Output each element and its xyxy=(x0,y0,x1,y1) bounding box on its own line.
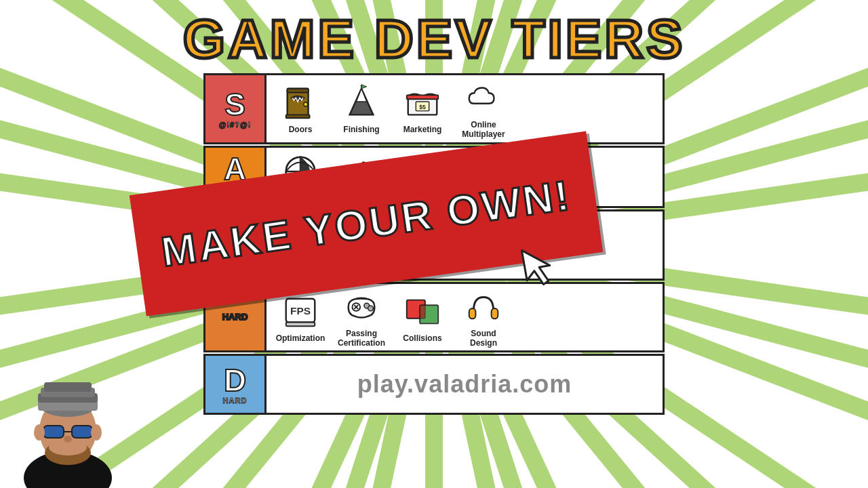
svg-marker-45 xyxy=(361,85,367,89)
svg-rect-89 xyxy=(44,382,92,392)
tier-row-s: S @!#?@! xyxy=(203,73,665,144)
tier-c-sublabel: HARD xyxy=(222,312,248,321)
tier-s-finishing-label: Finishing xyxy=(343,125,379,134)
tier-row-d: D HARD play.valadria.com xyxy=(203,354,665,415)
tier-item-multiplayer: OnlineMultiplayer xyxy=(456,78,511,140)
character-portrait xyxy=(0,352,136,488)
svg-rect-78 xyxy=(420,305,425,318)
tier-s-marketing-label: Marketing xyxy=(403,125,442,134)
tier-item-collisions: Collisions xyxy=(395,291,450,343)
tier-item-marketing: $5 Marketing xyxy=(395,83,450,134)
tier-d-sublabel: HARD xyxy=(223,397,248,405)
controller-icon xyxy=(341,287,382,327)
tier-s-sublabel: @!#?@! xyxy=(219,121,252,129)
tier-label-s: S @!#?@! xyxy=(205,75,267,142)
tier-c-coll-label: Collisions xyxy=(403,333,441,343)
mountain-icon xyxy=(341,83,382,123)
svg-rect-91 xyxy=(72,426,92,438)
fps-icon: FPS xyxy=(280,291,321,332)
tier-d-items: play.valadria.com xyxy=(267,356,663,413)
tier-s-multiplayer-label: OnlineMultiplayer xyxy=(462,120,505,140)
svg-point-73 xyxy=(368,306,374,311)
tier-item-cert: PassingCertification xyxy=(334,287,389,348)
svg-rect-70 xyxy=(286,322,315,326)
svg-point-99 xyxy=(64,436,72,443)
tier-c-sound-label: SoundDesign xyxy=(470,329,497,348)
tier-item-doors: Doors xyxy=(273,83,328,134)
tier-c-cert-label: PassingCertification xyxy=(338,329,385,348)
collisions-icon xyxy=(402,291,443,332)
door-icon xyxy=(280,83,321,123)
tier-d-url[interactable]: play.valadria.com xyxy=(273,370,656,399)
shop-icon: $5 xyxy=(402,83,443,123)
tier-item-sound: SoundDesign xyxy=(456,287,511,348)
svg-rect-41 xyxy=(286,115,310,119)
svg-rect-90 xyxy=(43,426,64,438)
tier-item-optimization: FPS Optimization xyxy=(273,291,328,343)
tier-c-items: FPS Optimization xyxy=(267,284,663,351)
svg-point-40 xyxy=(304,102,308,106)
tier-label-d: D HARD xyxy=(205,356,267,413)
tier-c-opt-label: Optimization xyxy=(276,333,326,343)
svg-rect-39 xyxy=(288,89,309,93)
svg-marker-81 xyxy=(521,246,553,287)
tier-d-letter: D xyxy=(224,365,246,396)
svg-text:FPS: FPS xyxy=(290,305,311,317)
tier-item-finishing: Finishing xyxy=(334,83,389,134)
tier-s-doors-label: Doors xyxy=(289,125,313,134)
page-title: GAME DEV TIERS xyxy=(183,12,686,66)
svg-rect-80 xyxy=(492,308,498,318)
svg-point-98 xyxy=(91,424,102,441)
sound-icon xyxy=(463,287,504,327)
banner-text: MAKE YOUR OWN! xyxy=(159,173,574,274)
tier-s-letter: S xyxy=(224,89,245,120)
tier-s-items: Doors Finishing xyxy=(267,75,663,142)
svg-rect-79 xyxy=(469,308,476,318)
svg-point-97 xyxy=(34,424,45,441)
svg-text:$5: $5 xyxy=(419,104,426,110)
svg-rect-47 xyxy=(407,96,438,100)
cloud-icon xyxy=(463,78,504,119)
